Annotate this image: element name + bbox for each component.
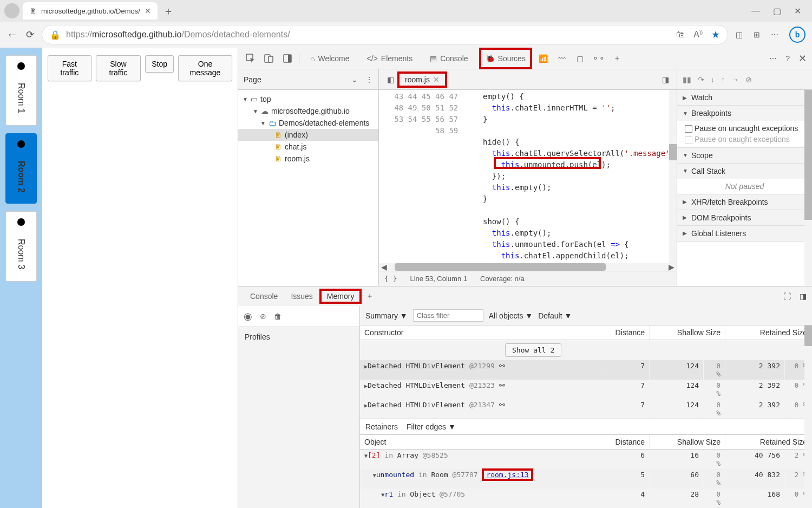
pause-icon[interactable]: ▮▮ [683, 75, 691, 84]
coverage-status: Coverage: n/a [480, 275, 525, 283]
add-drawer-tab-icon[interactable]: ＋ [366, 291, 374, 301]
performance-icon[interactable]: 〰 [555, 51, 569, 66]
summary-dropdown[interactable]: Summary ▼ [365, 311, 408, 320]
breakpoints-section[interactable]: ▼Breakpoints [677, 106, 812, 121]
watch-section[interactable]: ▶Watch [677, 90, 812, 105]
application-icon[interactable]: ▢ [573, 51, 587, 66]
new-tab-button[interactable]: ＋ [163, 4, 174, 18]
th-shallow[interactable]: Shallow Size [650, 325, 725, 340]
device-mode-icon[interactable] [262, 51, 276, 66]
editor-scrollbar-v[interactable] [669, 90, 677, 263]
minimize-icon[interactable]: — [751, 6, 760, 16]
show-all-button[interactable]: Show all 2 [505, 343, 561, 357]
th-object[interactable]: Object [360, 435, 606, 450]
source-link[interactable]: room.js:13 [482, 468, 533, 481]
tree-top[interactable]: ▼ ▭ top [238, 93, 378, 105]
tab-elements[interactable]: </> Elements [361, 48, 420, 69]
step-icon[interactable]: → [731, 75, 739, 84]
room-2-button[interactable]: Room 2 [5, 133, 37, 204]
pause-uncaught-checkbox[interactable]: Pause on uncaught exceptions [685, 124, 804, 133]
pretty-print-icon[interactable]: { } [384, 275, 397, 283]
room-1-button[interactable]: Room 1 [5, 55, 37, 126]
close-devtools-icon[interactable]: ✕ [798, 53, 807, 64]
debugger-scrollbar[interactable] [804, 90, 812, 286]
help-icon[interactable]: ? [785, 54, 790, 63]
toggle-navigator-icon[interactable]: ◧ [383, 73, 397, 87]
fast-traffic-button[interactable]: Fast traffic [48, 55, 91, 81]
window-icon: ▭ [251, 95, 258, 103]
slow-traffic-button[interactable]: Slow traffic [96, 55, 141, 81]
inspect-element-icon[interactable] [244, 51, 258, 66]
step-into-icon[interactable]: ↓ [711, 75, 715, 84]
tree-room[interactable]: 🗎 room.js [238, 153, 378, 165]
one-message-button[interactable]: One message [178, 55, 232, 81]
record-icon[interactable]: ◉ [244, 310, 252, 322]
detached-icon[interactable]: ⚬⚬ [592, 51, 606, 66]
editor-tab-room[interactable]: room.js ✕ [397, 71, 447, 88]
profile-avatar[interactable] [4, 3, 19, 18]
trash-icon[interactable]: 🗑 [274, 312, 281, 321]
tab-console[interactable]: ▤ Console [423, 48, 474, 69]
code-editor[interactable]: 43 44 45 46 47 48 49 50 51 52 53 54 55 5… [379, 90, 677, 263]
collections-icon[interactable]: ⊞ [754, 30, 760, 39]
pause-caught-checkbox[interactable]: Pause on caught exceptions [685, 135, 804, 144]
split-screen-icon[interactable]: ◫ [736, 30, 743, 39]
code-body[interactable]: empty() { this.chatEl.innerHTML = ''; } … [462, 90, 677, 263]
maximize-icon[interactable]: ▢ [773, 6, 781, 16]
default-dropdown[interactable]: Default ▼ [538, 311, 572, 320]
close-tab-icon[interactable]: ✕ [145, 6, 151, 15]
cursor-position: Line 53, Column 1 [410, 275, 467, 283]
toggle-debugger-icon[interactable]: ◨ [658, 73, 672, 87]
back-icon[interactable]: ← [6, 28, 18, 42]
filter-edges-dropdown[interactable]: Filter edges ▼ [407, 422, 456, 431]
call-stack-section[interactable]: ▼Call Stack [677, 164, 812, 179]
shopping-icon[interactable]: 🛍 [676, 30, 685, 40]
navigator-tab-label[interactable]: Page [244, 75, 351, 84]
settings-icon[interactable]: ⋯ [769, 54, 777, 63]
dock-side-icon[interactable] [280, 51, 294, 66]
tab-welcome[interactable]: ⌂ Welcome [304, 48, 356, 69]
wifi-icon[interactable]: 📶 [536, 51, 551, 66]
editor-scrollbar-h[interactable]: ◀ ▶ [379, 263, 677, 271]
drawer-tab-console[interactable]: Console [244, 292, 284, 301]
favorite-icon[interactable]: ★ [711, 29, 720, 41]
chevron-down-icon[interactable]: ⌄ [351, 75, 358, 84]
tab-sources[interactable]: 🐞 Sources [479, 48, 532, 69]
all-objects-dropdown[interactable]: All objects ▼ [489, 311, 533, 320]
url-input[interactable]: 🔒 https://microsoftedge.github.io/Demos/… [42, 25, 728, 44]
dom-breakpoints-section[interactable]: ▶DOM Breakpoints [677, 210, 812, 225]
drawer-dock-icon[interactable]: ◨ [800, 292, 807, 301]
refresh-icon[interactable]: ⟳ [26, 29, 34, 41]
deactivate-breakpoints-icon[interactable]: ⊘ [745, 75, 752, 84]
read-aloud-icon[interactable]: A)) [693, 30, 703, 40]
th-retained[interactable]: Retained Size [725, 325, 812, 340]
code-icon: </> [367, 54, 378, 63]
close-icon[interactable]: ✕ [794, 6, 801, 16]
more-tabs-icon[interactable]: ＋ [610, 51, 624, 66]
th-distance[interactable]: Distance [606, 325, 650, 340]
browser-tab[interactable]: 🗎 microsoftedge.github.io/Demos/ ✕ [23, 2, 158, 19]
bing-icon[interactable]: b [789, 27, 806, 43]
tree-index[interactable]: 🗎 (index) [238, 129, 378, 141]
stop-button[interactable]: Stop [145, 55, 174, 73]
step-out-icon[interactable]: ↑ [721, 75, 725, 84]
room-3-button[interactable]: Room 3 [5, 211, 37, 282]
drawer-tab-issues[interactable]: Issues [284, 292, 319, 301]
drawer-scrollbar[interactable] [804, 325, 812, 508]
menu-icon[interactable]: ⋯ [771, 30, 778, 39]
close-file-icon[interactable]: ✕ [433, 75, 440, 84]
tree-folder[interactable]: ▼ 🗀 Demos/detached-elements [238, 117, 378, 129]
drawer-tab-memory[interactable]: Memory [319, 289, 362, 304]
heap-snapshot-view: Summary ▼ All objects ▼ Default ▼ Constr… [360, 306, 812, 508]
global-listeners-section[interactable]: ▶Global Listeners [677, 226, 812, 241]
tree-chat[interactable]: 🗎 chat.js [238, 141, 378, 153]
xhr-breakpoints-section[interactable]: ▶XHR/fetch Breakpoints [677, 194, 812, 210]
class-filter-input[interactable] [413, 309, 483, 322]
step-over-icon[interactable]: ↷ [698, 75, 704, 84]
th-constructor[interactable]: Constructor [360, 325, 606, 340]
drawer-expand-icon[interactable]: ⛶ [783, 292, 791, 301]
scope-section[interactable]: ▼Scope [677, 148, 812, 163]
more-options-icon[interactable]: ⋮ [365, 75, 373, 84]
clear-icon[interactable]: ⊘ [260, 312, 266, 321]
tree-host[interactable]: ▼ ☁ microsoftedge.github.io [238, 105, 378, 117]
